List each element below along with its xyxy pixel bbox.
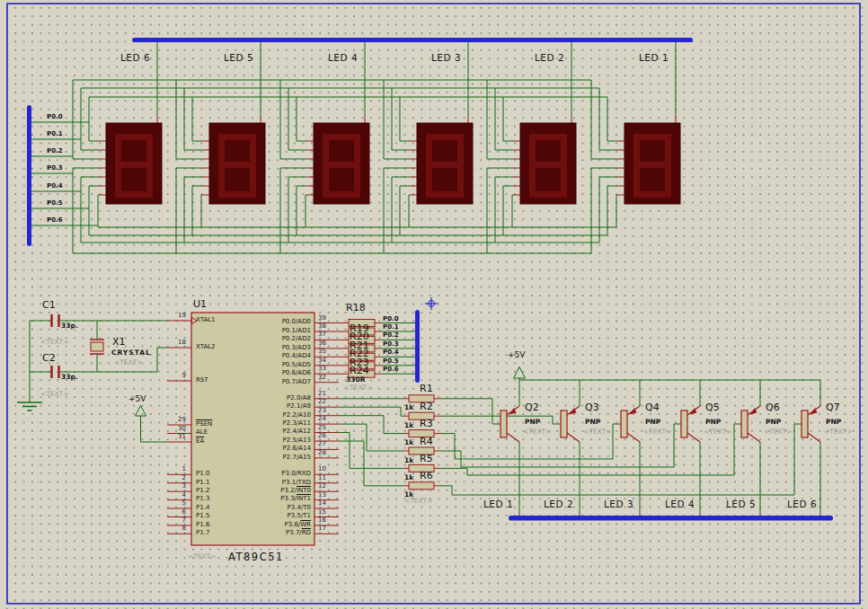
crystal-ref-label: X1 xyxy=(112,337,126,348)
base-resistor-ref: R6 xyxy=(420,471,433,481)
pin-number: 21 xyxy=(318,391,326,397)
pin-name-overlined-text: RD xyxy=(302,529,311,536)
pack-port-label: P0.1 xyxy=(383,324,399,331)
transistor-text-placeholder: <TEXT> xyxy=(583,428,611,436)
pin-number: 39 xyxy=(318,315,326,322)
component-layer[interactable] xyxy=(27,38,833,545)
pin-number: 9 xyxy=(166,373,186,379)
pin-number: 26 xyxy=(318,433,326,439)
transistor-base-bar[interactable] xyxy=(500,410,507,437)
pin-number: 4 xyxy=(166,492,186,499)
cap1-text-placeholder: <TEXT> xyxy=(40,339,68,346)
pin-name-text: P2.4/A12 xyxy=(283,428,311,435)
vcc-arrow-icon[interactable] xyxy=(514,367,526,379)
pin-number: 2 xyxy=(166,475,186,481)
collector[interactable] xyxy=(808,433,820,442)
transistor-base-bar[interactable] xyxy=(802,410,808,437)
pack-output-bus[interactable] xyxy=(415,310,420,383)
pin-name-text: P3.4/T0 xyxy=(288,504,311,511)
pin-name: P3.3/INT1 xyxy=(203,496,311,502)
pin-name-text: P2.2/A10 xyxy=(283,411,311,419)
pin-name-text: P2.0/A8 xyxy=(287,394,311,402)
bus-layer[interactable] xyxy=(425,297,438,310)
pin-name: P0.0/AD0 xyxy=(203,319,311,325)
pin-number: 35 xyxy=(318,349,326,355)
crystal-body[interactable] xyxy=(91,342,103,351)
display-segment xyxy=(426,162,464,168)
collector[interactable] xyxy=(627,433,640,442)
pin-name-text: P0.0/AD0 xyxy=(282,318,311,325)
base-resistors-text-placeholder: <TEXT> xyxy=(404,498,432,505)
display-segment xyxy=(218,162,256,168)
display-segment xyxy=(529,162,567,168)
pin-name: P0.1/AD1 xyxy=(203,328,311,334)
display-segment xyxy=(323,162,360,168)
vcc-arrow-icon[interactable] xyxy=(136,406,146,417)
transistor-text-placeholder: <TEXT> xyxy=(643,428,671,436)
pin-number: 36 xyxy=(318,340,326,347)
pin-name: P3.4/T0 xyxy=(203,505,311,511)
pin-name: P2.3/A11 xyxy=(203,420,311,427)
bottom-horizontal-bus[interactable] xyxy=(509,516,833,521)
collector[interactable] xyxy=(748,433,760,442)
pin-name: P2.4/A12 xyxy=(203,428,311,435)
collector[interactable] xyxy=(687,433,700,442)
schematic-canvas[interactable]: U1 AT89C51 <TEXT> C1 33p. <TEXT> C2 33p.… xyxy=(0,0,868,609)
pin-name: P2.2/A10 xyxy=(203,412,311,419)
transistor-base-bar[interactable] xyxy=(561,410,567,437)
pin-name-text: P0.2/AD2 xyxy=(282,335,311,342)
mcu-text-placeholder: <TEXT> xyxy=(188,553,216,560)
pack-resistor-ref: R24 xyxy=(350,366,369,376)
pin-name-text: P2.3/A11 xyxy=(283,419,311,427)
crystal-text-placeholder: <TEXT> xyxy=(114,359,142,366)
pin-name-text: P0.4/AD4 xyxy=(282,352,311,359)
base-resistor-value: 1k xyxy=(404,474,413,481)
pin-number: 11 xyxy=(318,475,326,481)
left-vertical-bus[interactable] xyxy=(27,105,31,246)
base-resistor[interactable] xyxy=(409,482,434,490)
display-label: LED 3 xyxy=(431,53,461,63)
channel-label: LED 2 xyxy=(544,499,573,509)
transistor-type: PNP xyxy=(826,419,841,426)
transistor-base-bar[interactable] xyxy=(741,410,748,437)
port-label: P0.4 xyxy=(47,183,63,190)
pin-name-overlined-text: INT0 xyxy=(297,487,311,494)
pin-number: 3 xyxy=(166,483,186,490)
transistor-ref: Q3 xyxy=(585,402,599,413)
channel-label: LED 3 xyxy=(604,499,633,509)
pack-port-label: P0.5 xyxy=(383,358,399,365)
transistor-text-placeholder: <TEXT> xyxy=(824,428,852,436)
pin-name: P2.5/A13 xyxy=(203,437,311,444)
collector[interactable] xyxy=(507,433,519,442)
pin-number: 19 xyxy=(166,313,186,319)
wire-layer[interactable] xyxy=(17,42,820,534)
pin-name: P3.7/RD xyxy=(203,530,311,536)
pack-port-label: P0.3 xyxy=(383,341,399,348)
pin-name: P0.6/AD6 xyxy=(203,370,311,376)
top-horizontal-bus[interactable] xyxy=(132,38,693,42)
pin-number: 15 xyxy=(318,509,326,516)
pin-number: 17 xyxy=(318,525,326,532)
transistor-text-placeholder: <TEXT> xyxy=(704,428,731,436)
pin-name-text: P0.3/AD3 xyxy=(282,344,311,351)
transistor-base-bar[interactable] xyxy=(621,410,627,437)
port-label: P0.3 xyxy=(47,165,63,172)
display-segment xyxy=(115,162,153,168)
transistor-type: PNP xyxy=(766,419,781,426)
pin-number: 14 xyxy=(318,500,326,507)
transistor-ref: Q5 xyxy=(705,402,720,413)
pin-name: P2.7/A15 xyxy=(203,455,311,461)
transistor-type: PNP xyxy=(525,419,540,426)
collector[interactable] xyxy=(567,433,580,442)
display-label: LED 5 xyxy=(224,53,253,63)
pin-name-overlined-text: INT1 xyxy=(297,495,311,502)
cap1-ref-label: C1 xyxy=(42,300,56,311)
mcu-part-label: AT89C51 xyxy=(228,552,284,562)
resistor-pack-text-placeholder: <TEXT> xyxy=(344,384,372,392)
pin-number: 1 xyxy=(166,466,186,472)
cap2-text-placeholder: <TEXT> xyxy=(40,391,68,398)
pack-port-label: P0.0 xyxy=(383,316,399,322)
transistor-base-bar[interactable] xyxy=(681,410,687,437)
pin-number: 22 xyxy=(318,399,326,405)
channel-label: LED 6 xyxy=(787,499,817,509)
